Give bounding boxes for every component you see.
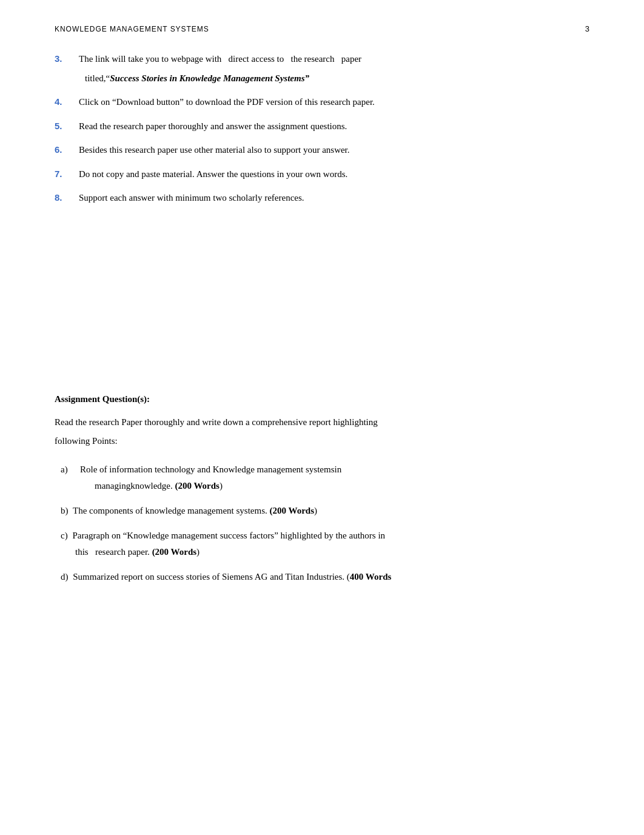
sub-a-text: Role of information technology and Knowl… bbox=[80, 464, 341, 474]
list-content-8: Support each answer with minimum two sch… bbox=[79, 190, 589, 206]
list-content-4: Click on “Download button” to download t… bbox=[79, 95, 589, 110]
list-number-6: 6. bbox=[55, 143, 79, 157]
header-title: KNOWLEDGE MANAGEMENT SYSTEMS bbox=[55, 25, 209, 33]
list-number-7: 7. bbox=[55, 167, 79, 181]
spacer bbox=[55, 218, 589, 388]
sub-item-a: a) Role of information technology and Kn… bbox=[61, 461, 589, 494]
sub-item-c: c) Paragraph on “Knowledge management su… bbox=[61, 528, 589, 560]
numbered-list: 3. The link will take you to webpage wit… bbox=[55, 52, 589, 206]
sub-b-bold: (200 Words bbox=[270, 506, 314, 515]
page-number: 3 bbox=[585, 24, 589, 33]
sub-a-bold: (200 Words bbox=[175, 481, 219, 491]
list-item-4: 4. Click on “Download button” to downloa… bbox=[55, 95, 589, 110]
list-content-3: The link will take you to webpage with d… bbox=[79, 52, 589, 86]
sub-content-b: The components of knowledge management s… bbox=[73, 506, 317, 515]
assignment-section: Assignment Question(s): Read the researc… bbox=[55, 394, 589, 585]
assignment-intro-cont: following Points: bbox=[55, 433, 589, 449]
sub-list: a) Role of information technology and Kn… bbox=[55, 461, 589, 585]
assignment-heading: Assignment Question(s): bbox=[55, 394, 589, 404]
sub-label-c: c) bbox=[61, 531, 68, 540]
list-content-7: Do not copy and paste material. Answer t… bbox=[79, 167, 589, 183]
sub-item-b: b) The components of knowledge managemen… bbox=[61, 503, 589, 519]
page: KNOWLEDGE MANAGEMENT SYSTEMS 3 3. The li… bbox=[0, 0, 644, 835]
list-content-5: Read the research paper thoroughly and a… bbox=[79, 119, 589, 135]
list-item-6: 6. Besides this research paper use other… bbox=[55, 143, 589, 158]
list-item-5: 5. Read the research paper thoroughly an… bbox=[55, 119, 589, 135]
item-3-line1: The link will take you to webpage with d… bbox=[79, 52, 589, 67]
list-content-6: Besides this research paper use other ma… bbox=[79, 143, 589, 158]
list-item-8: 8. Support each answer with minimum two … bbox=[55, 190, 589, 206]
list-number-8: 8. bbox=[55, 190, 79, 205]
list-number-5: 5. bbox=[55, 119, 79, 133]
list-number-3: 3. bbox=[55, 52, 79, 66]
list-number-4: 4. bbox=[55, 95, 79, 109]
sub-c-bold: (200 Words bbox=[152, 547, 196, 557]
sub-item-d: d) Summarized report on success stories … bbox=[61, 569, 589, 585]
sub-label-a: a) bbox=[61, 461, 78, 478]
sub-d-bold: 400 Words bbox=[350, 572, 392, 582]
sub-content-d: Summarized report on success stories of … bbox=[73, 572, 391, 582]
sub-content-a: Role of information technology and Knowl… bbox=[80, 461, 589, 494]
list-item-7: 7. Do not copy and paste material. Answe… bbox=[55, 167, 589, 183]
sub-c-line2: this research paper. (200 Words) bbox=[61, 544, 589, 560]
item-3-line2: titled,“Success Stories in Knowledge Man… bbox=[79, 71, 589, 87]
sub-content-c: Paragraph on “Knowledge management succe… bbox=[61, 531, 589, 560]
page-header: KNOWLEDGE MANAGEMENT SYSTEMS 3 bbox=[55, 24, 589, 33]
sub-label-b: b) bbox=[61, 506, 69, 515]
assignment-intro: Read the research Paper thoroughly and w… bbox=[55, 414, 589, 431]
sub-a-line2: managingknowledge. (200 Words) bbox=[80, 478, 589, 494]
sub-label-d: d) bbox=[61, 572, 69, 582]
list-item-3: 3. The link will take you to webpage wit… bbox=[55, 52, 589, 86]
